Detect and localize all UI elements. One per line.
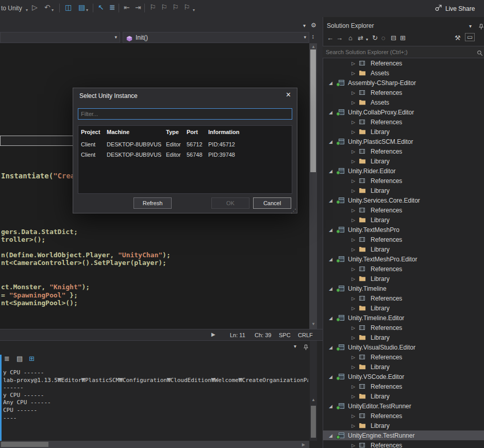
bookmark-dropdown-icon[interactable]: ▾ — [193, 6, 195, 14]
cancel-button[interactable]: Cancel — [253, 197, 291, 209]
member-dropdown[interactable]: Init() ▾ — [123, 32, 309, 43]
scroll-right-icon[interactable]: ▶ — [302, 442, 305, 447]
expand-arrow-icon[interactable]: ▷ — [351, 100, 356, 105]
collapse-arrow-icon[interactable]: ◢ — [328, 169, 333, 174]
close-icon[interactable]: × — [286, 90, 291, 99]
navigate-back-icon[interactable]: ← — [327, 34, 333, 42]
expand-arrow-icon[interactable]: ▷ — [351, 90, 356, 95]
toggle-wrap-icon[interactable]: ⊞ — [29, 355, 35, 362]
tree-item-unity-collabproxy-editor[interactable]: ◢Unity.CollabProxy.Editor — [323, 107, 484, 117]
scrollbar-thumb[interactable] — [1, 442, 48, 447]
output-horizontal-scrollbar[interactable]: ▶ — [0, 441, 309, 448]
refresh-button[interactable]: Refresh — [133, 197, 172, 209]
scroll-up-icon[interactable]: ▲ — [311, 44, 315, 49]
tree-item-library[interactable]: ▷Library — [323, 333, 484, 342]
collapse-arrow-icon[interactable]: ◢ — [328, 433, 333, 438]
expand-arrow-icon[interactable]: ▷ — [351, 413, 356, 419]
clear-all-icon[interactable]: ▤ — [16, 355, 23, 362]
tree-item-library[interactable]: ▷Library — [323, 362, 484, 372]
gear-icon[interactable]: ⚙ — [311, 22, 316, 29]
tree-item-unity-plasticscm-editor[interactable]: ◢Unity.PlasticSCM.Editor — [323, 137, 484, 146]
tree-item-library[interactable]: ▷Library — [323, 186, 484, 195]
collapse-arrow-icon[interactable]: ◢ — [328, 257, 333, 262]
collapse-arrow-icon[interactable]: ◢ — [328, 80, 333, 86]
tree-item-references[interactable]: ▷References — [323, 88, 484, 97]
show-all-files-icon[interactable]: ⊞ — [400, 34, 406, 42]
start-without-debug-icon[interactable]: ▷ — [32, 3, 38, 11]
collapse-arrow-icon[interactable]: ◢ — [328, 198, 333, 203]
window-layout-icon[interactable]: ▤ — [78, 3, 85, 11]
attach-to-unity-label[interactable]: to Unity — [1, 5, 22, 12]
scroll-down-icon[interactable]: ▼ — [311, 322, 315, 326]
expand-arrow-icon[interactable]: ▷ — [351, 267, 356, 272]
tree-item-unityengine-testrunner[interactable]: ◢UnityEngine.TestRunner — [323, 430, 484, 440]
scrollbar-thumb[interactable] — [310, 49, 316, 172]
expand-arrow-icon[interactable]: ▷ — [351, 276, 356, 281]
tree-item-references[interactable]: ▷References — [323, 323, 484, 333]
tree-item-library[interactable]: ▷Library — [323, 274, 484, 284]
live-share-button[interactable]: Live Share — [435, 4, 475, 13]
tree-item-references[interactable]: ▷References — [323, 117, 484, 127]
collapse-arrow-icon[interactable]: ◢ — [328, 316, 333, 321]
scroll-up-icon[interactable]: ▲ — [311, 397, 315, 402]
collapse-arrow-icon[interactable]: ◢ — [328, 110, 333, 115]
tree-item-unity-timeline[interactable]: ◢Unity.Timeline — [323, 284, 484, 293]
tree-item-library[interactable]: ▷Library — [323, 127, 484, 137]
tree-item-unity-visualstudio-editor[interactable]: ◢Unity.VisualStudio.Editor — [323, 342, 484, 352]
expand-arrow-icon[interactable]: ▷ — [351, 325, 356, 330]
resize-grip-icon[interactable]: ⋰ — [291, 208, 296, 214]
tree-item-unity-textmeshpro-editor[interactable]: ◢Unity.TextMeshPro.Editor — [323, 254, 484, 264]
tree-item-unity-vscode-editor[interactable]: ◢Unity.VSCode.Editor — [323, 372, 484, 381]
pending-changes-icon[interactable]: ◌ — [381, 34, 386, 42]
window-dropdown-icon[interactable]: ▾ — [86, 6, 88, 14]
tree-item-unity-rider-editor[interactable]: ◢Unity.Rider.Editor — [323, 166, 484, 176]
scrollbar-thumb[interactable] — [311, 406, 316, 438]
tree-item-references[interactable]: ▷References — [323, 411, 484, 421]
tree-item-references[interactable]: ▷References — [323, 235, 484, 244]
refresh-icon[interactable]: ↻ — [372, 34, 378, 42]
ok-button[interactable]: OK — [211, 197, 249, 209]
tree-item-references[interactable]: ▷References — [323, 58, 484, 68]
expand-arrow-icon[interactable]: ▷ — [351, 296, 356, 301]
collapse-arrow-icon[interactable]: ◢ — [328, 227, 333, 233]
tree-item-library[interactable]: ▷Library — [323, 215, 484, 225]
undo-dropdown-icon[interactable]: ▾ — [52, 6, 54, 14]
toggle-bookmark-icon[interactable]: ⚐ — [149, 3, 156, 11]
tree-item-references[interactable]: ▷References — [323, 264, 484, 274]
tree-item-references[interactable]: ▷References — [323, 352, 484, 362]
tree-item-library[interactable]: ▷Library — [323, 156, 484, 166]
expand-arrow-icon[interactable]: ▷ — [351, 443, 356, 448]
editor-vertical-scrollbar[interactable]: ▲ ▼ — [309, 43, 317, 329]
expand-arrow-icon[interactable]: ▷ — [351, 120, 356, 125]
tree-item-references[interactable]: ▷References — [323, 293, 484, 303]
expand-arrow-icon[interactable]: ▷ — [351, 208, 356, 213]
collapse-arrow-icon[interactable]: ◢ — [328, 286, 333, 291]
output-vertical-scrollbar[interactable]: ▲ — [310, 341, 317, 441]
pin-icon[interactable] — [303, 343, 309, 353]
outdent-icon[interactable]: ⇤ — [124, 3, 130, 11]
navigate-forward-icon[interactable]: → — [336, 34, 343, 42]
expand-arrow-icon[interactable]: ▷ — [351, 384, 356, 389]
clear-bookmarks-icon[interactable]: ⚐ — [183, 3, 190, 11]
indent-icon[interactable]: ⇥ — [135, 3, 141, 11]
expand-arrow-icon[interactable]: ▷ — [351, 306, 356, 311]
views-dropdown-icon[interactable]: ▾ — [366, 37, 368, 42]
tree-item-references[interactable]: ▷References — [323, 381, 484, 391]
tree-item-assembly-csharp-editor[interactable]: ◢Assembly-CSharp-Editor — [323, 78, 484, 88]
tree-item-references[interactable]: ▷References — [323, 440, 484, 448]
expand-arrow-icon[interactable]: ▷ — [351, 159, 356, 164]
split-editor-icon[interactable]: ↕ — [311, 33, 314, 40]
collapse-arrow-icon[interactable]: ◢ — [328, 345, 333, 350]
collapse-arrow-icon[interactable]: ◢ — [328, 374, 333, 379]
chevron-down-icon[interactable]: ▾ — [469, 23, 472, 29]
expand-arrow-icon[interactable]: ▷ — [351, 188, 356, 193]
tree-item-references[interactable]: ▷References — [323, 146, 484, 156]
tree-item-references[interactable]: ▷References — [323, 176, 484, 186]
expand-arrow-icon[interactable]: ▷ — [351, 129, 356, 135]
tree-item-references[interactable]: ▷References — [323, 205, 484, 215]
expand-arrow-icon[interactable]: ▷ — [351, 61, 356, 66]
messages-list-icon[interactable]: ≣ — [4, 355, 10, 362]
pin-icon[interactable] — [478, 23, 484, 32]
chevron-down-icon[interactable]: ▾ — [294, 343, 296, 349]
tree-item-unity-services-core-editor[interactable]: ◢Unity.Services.Core.Editor — [323, 195, 484, 205]
